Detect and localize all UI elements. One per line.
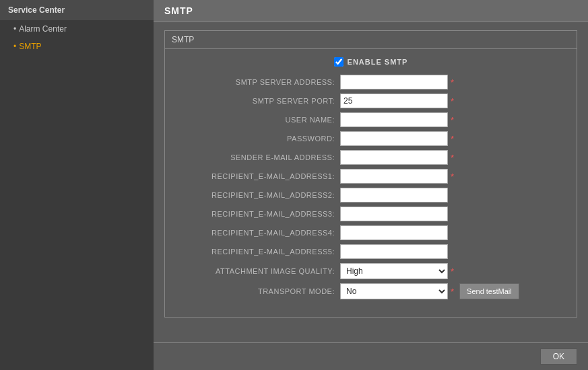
password-label: PASSWORD: — [178, 135, 340, 143]
recipient-email-4-label: RECIPIENT_E-MAIL_ADDRESS4: — [178, 229, 340, 237]
recipient-email-2-row: RECIPIENT_E-MAIL_ADDRESS2: — [178, 188, 563, 202]
sidebar-item-label: SMTP — [19, 42, 41, 51]
smtp-server-address-row: SMTP SERVER ADDRESS:* — [178, 75, 563, 89]
recipient-email-3-row: RECIPIENT_E-MAIL_ADDRESS3: — [178, 207, 563, 221]
bullet-icon: • — [13, 24, 16, 34]
user-name-input[interactable] — [340, 112, 448, 127]
page-title: SMTP — [164, 5, 193, 16]
recipient-email-3-label: RECIPIENT_E-MAIL_ADDRESS3: — [178, 210, 340, 218]
ok-button[interactable]: OK — [540, 348, 577, 365]
main-content: SMTP SMTP ENABLE SMTP SMTP SERVER ADDRES… — [154, 0, 588, 370]
sidebar: Service Center •Alarm Center •SMTP — [0, 0, 154, 370]
transport-mode-select[interactable]: NoSSLTLS — [340, 283, 448, 299]
user-name-row: USER NAME:* — [178, 112, 563, 127]
sender-email-row: SENDER E-MAIL ADDRESS:* — [178, 150, 563, 165]
transport-mode-row: TRANSPORT MODE: NoSSLTLS * Send testMail — [178, 283, 563, 299]
sidebar-item-label: Alarm Center — [19, 24, 67, 34]
page-header: SMTP — [154, 0, 588, 22]
required-star: * — [451, 287, 454, 297]
form-fields: SMTP SERVER ADDRESS:*SMTP SERVER PORT:*U… — [178, 75, 563, 259]
recipient-email-1-row: RECIPIENT_E-MAIL_ADDRESS1:* — [178, 169, 563, 184]
form-body: ENABLE SMTP SMTP SERVER ADDRESS:*SMTP SE… — [165, 49, 577, 317]
attachment-image-quality-select[interactable]: HighMediumLow — [340, 263, 448, 279]
recipient-email-2-label: RECIPIENT_E-MAIL_ADDRESS2: — [178, 191, 340, 199]
enable-smtp-checkbox[interactable] — [334, 57, 344, 67]
recipient-email-1-label: RECIPIENT_E-MAIL_ADDRESS1: — [178, 172, 340, 180]
smtp-server-address-label: SMTP SERVER ADDRESS: — [178, 78, 340, 86]
smtp-server-address-input[interactable] — [340, 75, 448, 89]
send-testmail-button[interactable]: Send testMail — [459, 283, 519, 299]
recipient-email-1-input[interactable] — [340, 169, 448, 184]
required-star: * — [451, 172, 454, 182]
enable-smtp-label: ENABLE SMTP — [348, 58, 408, 66]
sidebar-section-title: Service Center — [0, 0, 154, 20]
bullet-icon: • — [13, 42, 16, 51]
user-name-label: USER NAME: — [178, 116, 340, 124]
attachment-image-quality-row: ATTACHMENT IMAGE QUALITY: HighMediumLow … — [178, 263, 563, 279]
recipient-email-3-input[interactable] — [340, 207, 448, 221]
required-star: * — [451, 96, 454, 106]
required-star: * — [451, 134, 454, 144]
recipient-email-4-row: RECIPIENT_E-MAIL_ADDRESS4: — [178, 225, 563, 240]
sidebar-item-smtp[interactable]: •SMTP — [0, 38, 154, 55]
form-panel: SMTP ENABLE SMTP SMTP SERVER ADDRESS:*SM… — [164, 30, 577, 318]
required-star: * — [451, 115, 454, 125]
recipient-email-2-input[interactable] — [340, 188, 448, 202]
smtp-server-port-row: SMTP SERVER PORT:* — [178, 94, 563, 108]
transport-mode-label: TRANSPORT MODE: — [178, 287, 340, 295]
attachment-image-quality-label: ATTACHMENT IMAGE QUALITY: — [178, 267, 340, 275]
password-row: PASSWORD:* — [178, 131, 563, 146]
password-input[interactable] — [340, 131, 448, 146]
recipient-email-5-row: RECIPIENT_E-MAIL_ADDRESS5: — [178, 244, 563, 259]
required-star: * — [451, 77, 454, 87]
sender-email-label: SENDER E-MAIL ADDRESS: — [178, 153, 340, 161]
content-area: SMTP ENABLE SMTP SMTP SERVER ADDRESS:*SM… — [154, 22, 588, 342]
form-panel-title: SMTP — [165, 31, 577, 49]
recipient-email-5-input[interactable] — [340, 244, 448, 259]
smtp-server-port-input[interactable] — [340, 94, 448, 108]
required-star: * — [451, 266, 454, 276]
recipient-email-5-label: RECIPIENT_E-MAIL_ADDRESS5: — [178, 248, 340, 256]
sidebar-item-alarm-center[interactable]: •Alarm Center — [0, 20, 154, 38]
smtp-server-port-label: SMTP SERVER PORT: — [178, 97, 340, 105]
required-star: * — [451, 153, 454, 163]
page-footer: OK — [154, 342, 588, 370]
enable-smtp-row: ENABLE SMTP — [178, 57, 563, 67]
sender-email-input[interactable] — [340, 150, 448, 165]
recipient-email-4-input[interactable] — [340, 225, 448, 240]
